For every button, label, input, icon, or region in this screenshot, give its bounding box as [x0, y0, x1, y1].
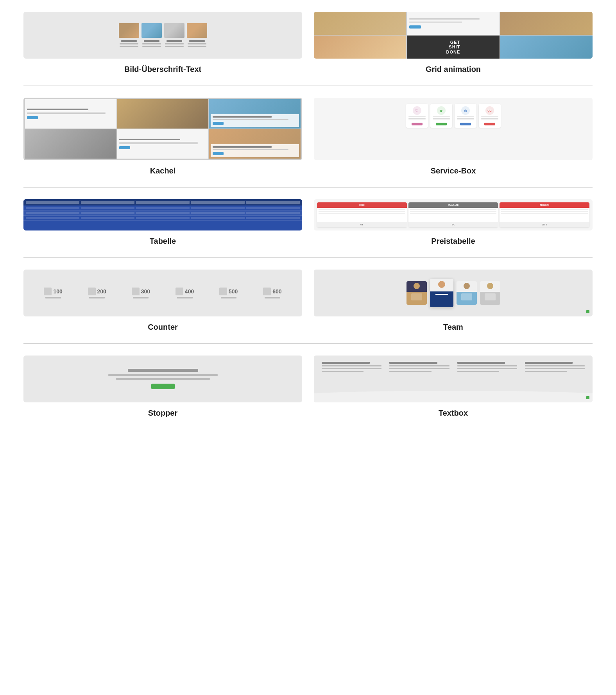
service-line-4a	[481, 116, 498, 117]
card-counter[interactable]: 100 200 300	[23, 270, 302, 336]
preis-line-6	[410, 213, 497, 214]
tab-cell-14	[191, 217, 245, 219]
avatar-torso-male2	[461, 293, 472, 300]
tab-cell-1	[26, 207, 79, 209]
kachel-cell-img-1	[117, 99, 209, 129]
bild-col-line-2	[165, 45, 184, 45]
bild-col-headline	[144, 40, 159, 42]
team-preview	[314, 270, 593, 316]
bild-col-line-1	[120, 43, 138, 44]
bild-text-cols	[119, 40, 207, 48]
service-line-4b	[481, 118, 498, 119]
avatar-head-male2	[457, 281, 477, 289]
bild-col-4	[187, 40, 207, 48]
page-container: Bild-Überschrift-Text GETSHITDONE	[0, 0, 616, 437]
kt-line-1	[27, 112, 106, 113]
avatar-torso-female	[411, 293, 422, 300]
service-line-3a	[457, 116, 474, 117]
avatar-body-female	[406, 289, 427, 305]
gc-line-2	[409, 22, 462, 23]
service-btn-1	[412, 123, 423, 125]
service-line-3c	[457, 120, 474, 120]
preis-line-3	[319, 213, 405, 214]
card-textbox[interactable]: Textbox	[314, 356, 593, 422]
avatar-face-male1	[438, 281, 445, 288]
tab-cell-9	[191, 212, 245, 214]
bild-col-1	[119, 40, 139, 48]
card-tabelle[interactable]: Tabelle	[23, 199, 302, 250]
counter-num-3: 300	[141, 288, 150, 295]
service-icon-3: ⊕	[461, 106, 470, 115]
bild-col-headline	[189, 40, 205, 42]
team-member-male3	[480, 281, 500, 305]
bild-col-line-2	[142, 45, 161, 45]
gc-headline	[409, 18, 479, 20]
stopper-label: Stopper	[148, 409, 178, 418]
card-grid-animation[interactable]: GETSHITDONE Grid animation	[314, 12, 593, 78]
tab-cell-6	[26, 212, 79, 214]
tab-cell-4	[191, 207, 245, 209]
counter-icon-4	[175, 288, 183, 295]
stopper-preview-wrapper	[23, 356, 302, 402]
grid-anim-preview: GETSHITDONE	[314, 12, 593, 59]
tab-hcell-1	[26, 201, 79, 204]
kt-hl-overlay	[213, 116, 272, 118]
bild-preview	[23, 12, 302, 59]
team-member-male1	[430, 279, 453, 307]
counter-icon-row-3: 300	[132, 288, 150, 295]
team-label: Team	[443, 323, 463, 332]
counter-icon-2	[88, 288, 96, 295]
counter-num-6: 600	[272, 288, 281, 295]
preis-header-standard: STANDARD	[408, 202, 498, 208]
bild-img-2	[141, 23, 162, 38]
preis-line-7	[501, 209, 588, 210]
preis-footer-text-free: 0 €	[360, 223, 363, 226]
grid-cell-4	[314, 36, 406, 59]
bild-col-line-3	[188, 46, 206, 47]
counter-label-4	[177, 297, 193, 298]
grid-cell-3	[500, 12, 593, 35]
row-5: Stopper	[23, 356, 593, 422]
preistabelle-label: Preistabelle	[431, 237, 475, 246]
service-line-1c	[408, 120, 426, 120]
card-preistabelle[interactable]: FREE 0 € STANDARD	[314, 199, 593, 250]
counter-item-2: 200	[88, 288, 106, 298]
team-member-male2	[457, 281, 477, 305]
bild-img-4	[187, 23, 207, 38]
tab-cell-15	[246, 217, 300, 219]
team-avatar-male3	[480, 281, 500, 305]
card-service-box[interactable]: ♡ ★ ⊕	[314, 98, 593, 179]
card-kachel[interactable]: Kachel	[23, 98, 302, 179]
kt-line-4	[119, 143, 198, 144]
tb-line-3c	[457, 371, 499, 372]
tb-line-3b	[457, 368, 517, 369]
kachel-label: Kachel	[150, 166, 176, 175]
bild-col-line-3	[120, 46, 138, 47]
service-btn-2	[436, 123, 447, 125]
card-stopper[interactable]: Stopper	[23, 356, 302, 422]
textbox-cols	[314, 356, 593, 402]
grid-anim-inner: GETSHITDONE	[314, 12, 593, 59]
tb-line-2b	[389, 368, 449, 369]
stopper-subline-2	[116, 378, 210, 380]
stopper-headline-bar	[128, 369, 198, 372]
textbox-col-3	[457, 362, 517, 396]
grid-cell-2	[407, 12, 499, 35]
kt-btn-overlay	[213, 122, 224, 125]
service-icon-4: QC	[485, 106, 494, 115]
card-team[interactable]: Team	[314, 270, 593, 336]
card-bild-ueberschrift-text[interactable]: Bild-Überschrift-Text	[23, 12, 302, 78]
team-avatar-female	[406, 281, 427, 305]
counter-item-5: 500	[219, 288, 238, 298]
preis-col-premium: PREMIUM 199 €	[500, 202, 589, 227]
counter-label-1	[45, 297, 61, 298]
service-line-1b	[408, 118, 426, 119]
service-line-1a	[408, 116, 426, 117]
preis-body-free	[317, 208, 407, 222]
counter-label-text: Counter	[148, 323, 178, 332]
preis-body-standard	[408, 208, 498, 222]
tb-line-1b	[322, 368, 381, 369]
service-card-1: ♡	[406, 104, 428, 128]
counter-icon-row-1: 100	[44, 288, 62, 295]
kt-line-3	[119, 142, 198, 143]
